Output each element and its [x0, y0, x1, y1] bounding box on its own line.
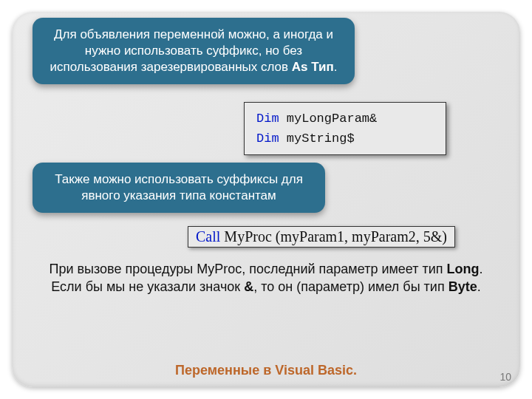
- body-l2b: &: [244, 279, 253, 294]
- callout-declare-suffix: Для объявления переменной можно, а иногд…: [33, 18, 355, 84]
- body-l2d: Byte: [449, 279, 477, 294]
- slide-title: Переменные в Visual Basic.: [0, 363, 532, 378]
- explanation-text: При вызове процедуры MyProc, последний п…: [30, 260, 502, 296]
- body-l1b: Long: [447, 262, 480, 276]
- callout1-suffix: .: [334, 60, 338, 74]
- callout1-prefix: Для объявления переменной можно, а иногд…: [50, 27, 333, 74]
- callout-const-suffix: Также можно использовать суффиксы для яв…: [33, 163, 325, 213]
- keyword-dim-1: Dim: [256, 112, 279, 126]
- callout2-text: Также можно использовать суффиксы для яв…: [55, 172, 303, 202]
- ident-1: myLongParam&: [287, 112, 377, 126]
- slide: Для объявления переменной можно, а иногд…: [0, 0, 532, 399]
- code-line-1: Dim myLongParam&: [256, 109, 434, 129]
- page-number: 10: [499, 371, 511, 383]
- keyword-call: Call: [196, 228, 220, 245]
- ident-2: myString$: [287, 132, 355, 146]
- callout1-bold: As Тип: [292, 60, 334, 74]
- body-l2c: , то он (параметр) имел бы тип: [253, 279, 448, 294]
- body-l2a: Если бы мы не указали значок: [51, 279, 244, 294]
- code-example-call: Call MyProc (myParam1, myParam2, 5&): [188, 226, 455, 248]
- code-example-dim: Dim myLongParam& Dim myString$: [244, 102, 446, 155]
- body-l1a: При вызове процедуры MyProc, последний п…: [49, 262, 446, 276]
- body-l2e: .: [477, 279, 481, 294]
- keyword-dim-2: Dim: [256, 132, 279, 146]
- code-line-2: Dim myString$: [256, 129, 434, 149]
- call-rest: MyProc (myParam1, myParam2, 5&): [220, 228, 447, 245]
- body-l1c: .: [480, 262, 483, 276]
